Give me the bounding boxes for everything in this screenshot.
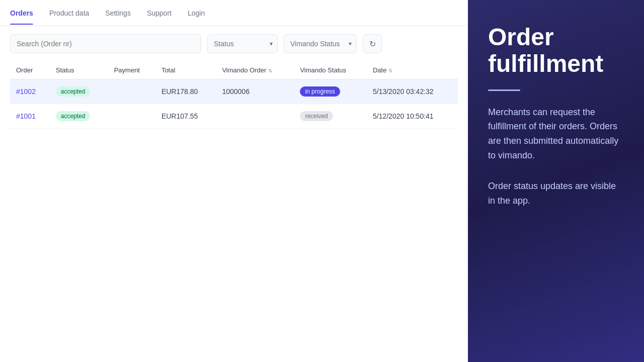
orders-table-container: OrderStatusPaymentTotalVimando Order⇅Vim… — [0, 61, 468, 362]
right-panel: Order fulfillment Merchants can request … — [468, 0, 644, 362]
left-panel: OrdersProduct dataSettingsSupportLogin S… — [0, 0, 468, 362]
total: EUR178.80 — [155, 79, 216, 104]
toolbar: Status ▾ Vimando Status ▾ ↻ — [0, 26, 468, 61]
payment — [108, 104, 155, 129]
panel-divider — [488, 89, 520, 91]
nav-item-orders[interactable]: Orders — [10, 2, 33, 24]
nav-item-settings[interactable]: Settings — [105, 2, 131, 24]
refresh-button[interactable]: ↻ — [363, 34, 382, 53]
panel-description-2: Order status updates are visible in the … — [488, 179, 624, 208]
search-input[interactable] — [10, 34, 201, 53]
nav-item-product-data[interactable]: Product data — [49, 2, 89, 24]
col-header-date[interactable]: Date⇅ — [367, 61, 458, 79]
table-row[interactable]: #1002acceptedEUR178.801000006in progress… — [10, 79, 458, 104]
vimando-status-badge: received — [300, 111, 333, 121]
sort-icon: ⇅ — [268, 68, 272, 73]
main-nav: OrdersProduct dataSettingsSupportLogin — [0, 0, 468, 26]
nav-item-support[interactable]: Support — [147, 2, 172, 24]
status-filter[interactable]: Status — [207, 34, 278, 53]
vimando-status-badge: in progress — [300, 86, 340, 97]
refresh-icon: ↻ — [369, 39, 376, 49]
status-badge: accepted — [56, 86, 91, 97]
panel-description-1: Merchants can request the fulfillment of… — [488, 105, 624, 163]
panel-title: Order fulfillment — [488, 24, 624, 77]
order-link[interactable]: #1002 — [16, 87, 36, 96]
order-status: accepted — [50, 79, 108, 104]
orders-table: OrderStatusPaymentTotalVimando Order⇅Vim… — [10, 61, 458, 129]
col-header-order: Order — [10, 61, 50, 79]
vimando-order — [216, 104, 294, 129]
col-header-vimando-status: Vimando Status — [294, 61, 367, 79]
col-header-payment: Payment — [108, 61, 155, 79]
order-number[interactable]: #1001 — [10, 104, 50, 129]
order-link[interactable]: #1001 — [16, 112, 36, 120]
order-status: accepted — [50, 104, 108, 129]
vimando-status: received — [294, 104, 367, 129]
col-header-status: Status — [50, 61, 108, 79]
table-row[interactable]: #1001acceptedEUR107.55received5/12/2020 … — [10, 104, 458, 129]
total: EUR107.55 — [155, 104, 216, 129]
payment — [108, 79, 155, 104]
nav-item-login[interactable]: Login — [188, 2, 205, 24]
order-number[interactable]: #1002 — [10, 79, 50, 104]
col-header-total: Total — [155, 61, 216, 79]
vimando-order: 1000006 — [216, 79, 294, 104]
table-body: #1002acceptedEUR178.801000006in progress… — [10, 79, 458, 129]
order-date: 5/13/2020 03:42:32 — [367, 79, 458, 104]
vimando-status-filter[interactable]: Vimando Status — [284, 34, 357, 53]
vimando-status-filter-wrapper: Vimando Status ▾ — [284, 34, 357, 53]
table-header: OrderStatusPaymentTotalVimando Order⇅Vim… — [10, 61, 458, 79]
sort-icon: ⇅ — [388, 68, 392, 73]
status-badge: accepted — [56, 111, 91, 121]
vimando-status: in progress — [294, 79, 367, 104]
status-filter-wrapper: Status ▾ — [207, 34, 278, 53]
col-header-vimando-order[interactable]: Vimando Order⇅ — [216, 61, 294, 79]
order-date: 5/12/2020 10:50:41 — [367, 104, 458, 129]
